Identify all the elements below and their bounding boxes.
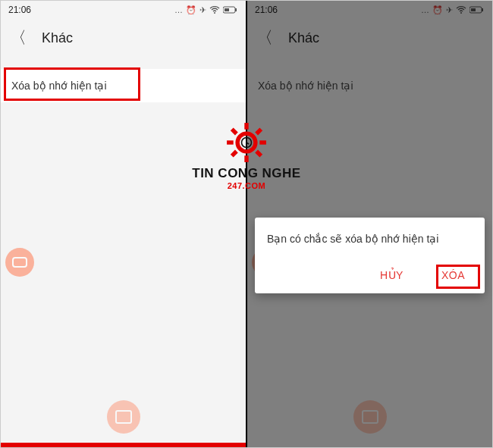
status-icons: … ⏰ ✈ — [174, 5, 238, 15]
signal-icon: … — [174, 5, 183, 14]
clear-cache-label: Xóa bộ nhớ hiện tại — [11, 80, 107, 92]
svg-rect-2 — [235, 8, 237, 11]
svg-rect-9 — [244, 123, 248, 130]
status-bar: 21:06 … ⏰ ✈ — [1, 1, 246, 19]
svg-rect-14 — [255, 127, 262, 135]
svg-rect-10 — [244, 155, 248, 162]
floating-chat-icon[interactable] — [353, 400, 387, 434]
airplane-icon: ✈ — [199, 5, 206, 15]
floating-chat-icon[interactable] — [107, 400, 140, 434]
svg-rect-12 — [259, 140, 266, 144]
alarm-icon: ⏰ — [432, 5, 443, 15]
page-header: 〈 Khác — [1, 19, 246, 57]
svg-line-19 — [246, 143, 249, 144]
phone-screen-left: 21:06 … ⏰ ✈ 〈 Khác Xóa bộ nhớ hiện tại — [1, 1, 246, 447]
dialog-message: Bạn có chắc sẽ xóa bộ nhớ hiện tại — [267, 233, 473, 245]
dialog-actions: HỦY XÓA — [267, 265, 473, 286]
svg-rect-15 — [231, 150, 238, 158]
page-title: Khác — [42, 30, 73, 46]
clear-cache-label: Xóa bộ nhớ hiện tại — [258, 80, 353, 92]
svg-rect-11 — [227, 140, 234, 144]
bottom-highlight — [1, 443, 246, 447]
airplane-icon: ✈ — [446, 5, 453, 15]
page-title: Khác — [288, 30, 319, 46]
gear-icon — [226, 122, 267, 163]
back-icon[interactable]: 〈 — [10, 30, 27, 46]
watermark: TIN CONG NGHE 247.COM — [178, 122, 315, 190]
svg-rect-13 — [231, 127, 238, 135]
confirm-button[interactable]: XÓA — [434, 265, 473, 286]
battery-icon — [223, 6, 238, 14]
svg-rect-3 — [225, 8, 229, 11]
page-header: 〈 Khác — [247, 19, 492, 57]
svg-rect-16 — [255, 150, 262, 158]
floating-game-icon[interactable] — [5, 248, 34, 277]
svg-rect-6 — [482, 8, 483, 11]
watermark-line1: TIN CONG NGHE — [178, 166, 315, 181]
status-time: 21:06 — [8, 5, 31, 15]
svg-rect-7 — [471, 8, 476, 11]
wifi-icon — [456, 6, 466, 14]
signal-icon: … — [421, 5, 429, 14]
alarm-icon: ⏰ — [186, 5, 196, 15]
clear-cache-row[interactable]: Xóa bộ nhớ hiện tại — [247, 69, 492, 102]
svg-point-0 — [214, 12, 215, 14]
back-icon[interactable]: 〈 — [256, 30, 273, 46]
phone-screen-right: 21:06 … ⏰ ✈ 〈 Khác Xóa bộ nhớ hiện tại — [246, 1, 492, 447]
cancel-button[interactable]: HỦY — [372, 265, 411, 286]
confirm-dialog: Bạn có chắc sẽ xóa bộ nhớ hiện tại HỦY X… — [255, 218, 485, 293]
status-time: 21:06 — [255, 5, 278, 15]
wifi-icon — [209, 6, 220, 14]
clear-cache-row[interactable]: Xóa bộ nhớ hiện tại — [1, 69, 246, 102]
battery-icon — [469, 6, 485, 14]
svg-point-4 — [460, 12, 462, 14]
status-bar: 21:06 … ⏰ ✈ — [247, 1, 492, 19]
status-icons: … ⏰ ✈ — [421, 5, 485, 15]
watermark-line2: 247.COM — [178, 181, 315, 190]
